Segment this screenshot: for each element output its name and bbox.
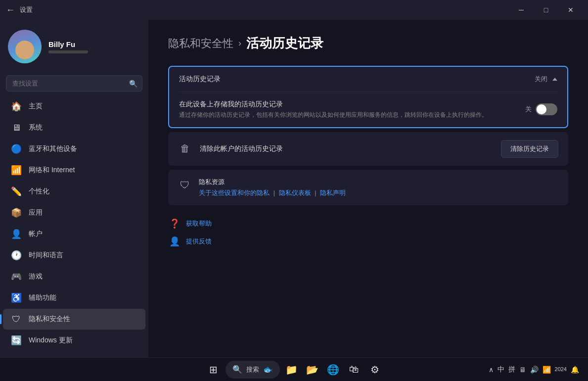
sidebar-item-home[interactable]: 🏠 主页	[3, 96, 145, 117]
search-input[interactable]	[6, 75, 142, 92]
collapse-label: 关闭	[535, 75, 547, 84]
sidebar-item-label-apps: 应用	[29, 208, 43, 217]
get-help-text: 获取帮助	[186, 219, 212, 228]
link-privacy-dashboard[interactable]: 隐私仪表板	[279, 189, 311, 196]
sidebar-item-label-privacy: 隐私和安全性	[29, 315, 70, 324]
sidebar-item-label-accessibility: 辅助功能	[29, 293, 56, 302]
tray-monitor[interactable]: 🖥	[518, 366, 527, 374]
card-title: 活动历史记录	[179, 75, 221, 84]
sidebar-item-label-home: 主页	[29, 102, 43, 111]
footer-links: ❓ 获取帮助 👤 提供反馈	[168, 217, 568, 248]
taskbar-settings-icon[interactable]: ⚙	[366, 361, 384, 379]
separator-1: |	[273, 189, 275, 196]
taskbar-fish-icon: 🐟	[263, 365, 273, 374]
breadcrumb-parent: 隐私和安全性	[168, 36, 233, 51]
toggle-thumb	[537, 104, 546, 114]
privacy-icon: 🛡	[11, 314, 22, 325]
sidebar: Billy Fu 🔍 🏠 主页 🖥 系统 🔵 蓝牙和其他设备 📶 网络和 Int…	[0, 20, 148, 357]
trash-icon: 🗑	[178, 142, 192, 156]
tray-ime-pin[interactable]: 拼	[507, 365, 516, 374]
sidebar-item-bluetooth[interactable]: 🔵 蓝牙和其他设备	[3, 139, 145, 159]
close-button[interactable]: ✕	[559, 2, 582, 18]
taskbar-search-icon: 🔍	[232, 365, 242, 374]
clear-row: 🗑 清除此帐户的活动历史记录 清除历史记录	[168, 132, 568, 166]
taskbar-search-text: 搜索	[246, 365, 259, 374]
taskbar-files-icon[interactable]: 📁	[283, 361, 301, 379]
titlebar-title: 设置	[20, 5, 33, 14]
sidebar-item-apps[interactable]: 📦 应用	[3, 202, 145, 223]
nav-list: 🏠 主页 🖥 系统 🔵 蓝牙和其他设备 📶 网络和 Internet ✏️ 个性…	[0, 95, 148, 357]
sidebar-item-time[interactable]: 🕐 时间和语言	[3, 245, 145, 266]
user-status-bar	[48, 50, 88, 53]
sidebar-item-label-system: 系统	[29, 123, 43, 132]
windows-update-icon: 🔄	[11, 335, 22, 346]
tray-chevron[interactable]: ∧	[488, 366, 495, 374]
maximize-button[interactable]: □	[535, 2, 557, 18]
sidebar-item-accounts[interactable]: 👤 帐户	[3, 224, 145, 244]
setting-title: 在此设备上存储我的活动历史记录	[179, 100, 525, 109]
sidebar-item-windows-update[interactable]: 🔄 Windows 更新	[3, 330, 145, 351]
privacy-resources-card: 🛡 隐私资源 关于这些设置和你的隐私 | 隐私仪表板 | 隐私声明	[168, 170, 568, 205]
breadcrumb-current: 活动历史记录	[246, 35, 323, 52]
user-name: Billy Fu	[48, 40, 88, 48]
feedback-row[interactable]: 👤 提供反馈	[168, 235, 568, 248]
sidebar-item-label-network: 网络和 Internet	[29, 166, 75, 175]
get-help-row[interactable]: ❓ 获取帮助	[168, 217, 568, 230]
setting-desc: 通过存储你的活动历史记录，包括有关你浏览的网站以及如何使用应用和服务的信息，跳转…	[179, 111, 496, 119]
personalization-icon: ✏️	[11, 186, 22, 197]
sidebar-item-label-personalization: 个性化	[29, 187, 49, 196]
user-profile[interactable]: Billy Fu	[0, 20, 148, 73]
breadcrumb: 隐私和安全性 › 活动历史记录	[168, 35, 568, 52]
taskbar-search[interactable]: 🔍 搜索 🐟	[226, 361, 280, 379]
gaming-icon: 🎮	[11, 271, 22, 282]
sidebar-item-label-time: 时间和语言	[29, 251, 63, 260]
link-privacy-settings[interactable]: 关于这些设置和你的隐私	[199, 189, 270, 196]
time-icon: 🕐	[11, 250, 22, 261]
tray-bell[interactable]: 🔔	[570, 366, 580, 374]
user-info: Billy Fu	[48, 40, 88, 53]
minimize-button[interactable]: ─	[510, 2, 533, 18]
sidebar-item-gaming[interactable]: 🎮 游戏	[3, 266, 145, 287]
clear-label: 清除此帐户的活动历史记录	[200, 144, 493, 153]
bluetooth-icon: 🔵	[11, 143, 22, 154]
privacy-row: 🛡 隐私资源 关于这些设置和你的隐私 | 隐私仪表板 | 隐私声明	[168, 170, 568, 205]
taskbar-store-icon[interactable]: 🛍	[345, 361, 363, 379]
link-privacy-statement[interactable]: 隐私声明	[320, 189, 346, 196]
network-icon: 📶	[11, 165, 22, 176]
activity-history-card: 活动历史记录 关闭 在此设备上存储我的活动历史记录 通过存储你的活动历史记录，包…	[168, 66, 568, 128]
sidebar-item-network[interactable]: 📶 网络和 Internet	[3, 160, 145, 181]
toggle-wrap: 关	[525, 103, 557, 115]
sidebar-item-label-gaming: 游戏	[29, 272, 43, 281]
avatar	[8, 30, 42, 63]
tray-volume[interactable]: 🔊	[529, 366, 540, 374]
privacy-links: 隐私资源 关于这些设置和你的隐私 | 隐私仪表板 | 隐私声明	[199, 178, 346, 197]
sidebar-item-label-windows-update: Windows 更新	[29, 336, 73, 345]
sidebar-item-privacy[interactable]: 🛡 隐私和安全性	[3, 309, 145, 330]
main-layout: Billy Fu 🔍 🏠 主页 🖥 系统 🔵 蓝牙和其他设备 📶 网络和 Int…	[0, 20, 588, 357]
start-button[interactable]: ⊞	[205, 361, 223, 379]
tray-ime-zh[interactable]: 中	[497, 365, 505, 374]
taskbar-folder-icon[interactable]: 📂	[304, 361, 321, 379]
card-header[interactable]: 活动历史记录 关闭	[169, 67, 567, 92]
clear-history-button[interactable]: 清除历史记录	[501, 140, 558, 158]
card-header-right: 关闭	[535, 75, 557, 84]
window-controls: ─ □ ✕	[510, 2, 582, 18]
shield-icon: 🛡	[178, 179, 192, 192]
search-box: 🔍	[6, 75, 142, 92]
titlebar: ← 设置 ─ □ ✕	[0, 0, 588, 20]
activity-toggle[interactable]	[536, 103, 557, 115]
system-icon: 🖥	[11, 122, 22, 133]
system-tray: ∧ 中 拼 🖥 🔊 📶	[488, 365, 552, 374]
taskbar-edge-icon[interactable]: 🌐	[324, 361, 342, 379]
sidebar-item-system[interactable]: 🖥 系统	[3, 117, 145, 138]
privacy-title: 隐私资源	[199, 178, 346, 187]
setting-info: 在此设备上存储我的活动历史记录 通过存储你的活动历史记录，包括有关你浏览的网站以…	[179, 100, 525, 119]
sidebar-item-accessibility[interactable]: ♿ 辅助功能	[3, 287, 145, 308]
sidebar-item-personalization[interactable]: ✏️ 个性化	[3, 181, 145, 202]
taskbar-year: 2024	[555, 366, 567, 373]
toggle-label: 关	[525, 105, 532, 114]
tray-network[interactable]: 📶	[542, 366, 552, 374]
back-button[interactable]: ←	[6, 5, 15, 15]
taskbar-right: ∧ 中 拼 🖥 🔊 📶 2024 🔔	[488, 365, 580, 374]
taskbar-clock[interactable]: 2024	[555, 366, 567, 373]
